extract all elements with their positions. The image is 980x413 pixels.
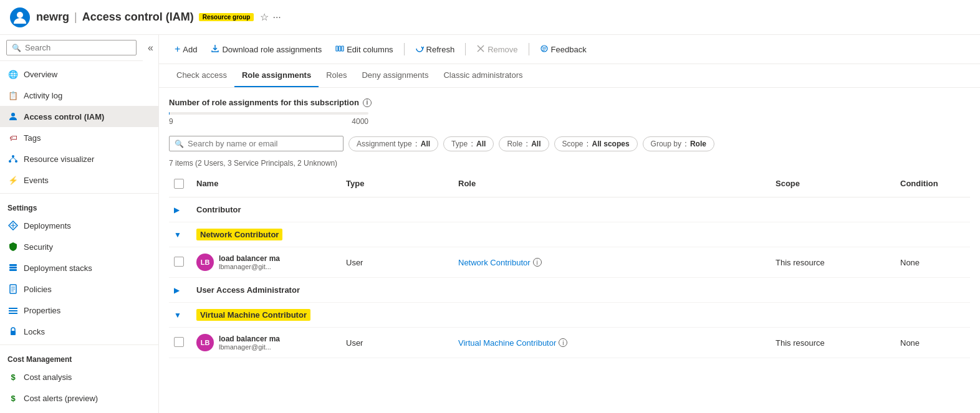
sidebar-nav: 🌐 Overview 📋 Activity log Access control… [0,61,158,413]
sidebar-item-tags[interactable]: 🏷 Tags [0,127,158,148]
svg-point-3 [12,155,14,158]
favorite-star-icon[interactable]: ☆ [260,11,269,23]
tab-role-assignments[interactable]: Role assignments [234,64,319,87]
group-uaa-chevron[interactable]: ▶ [169,283,191,297]
select-all-checkbox[interactable] [174,179,184,189]
sidebar-item-deployments[interactable]: Deployments [0,215,158,236]
sidebar-collapse-button[interactable]: « [143,37,158,59]
add-button[interactable]: + Add [169,40,203,59]
row-vmc-role-info-icon[interactable]: i [559,338,567,347]
remove-icon [476,44,485,55]
row-nc-role-link[interactable]: Network Contributor i [458,258,766,267]
row-nc-type-cell: User [341,255,453,270]
subscription-label: Number of role assignments for this subs… [169,98,970,107]
more-options-icon[interactable]: ··· [272,12,281,23]
svg-rect-8 [9,269,17,271]
progress-labels: 9 4000 [169,117,368,126]
sidebar-item-locks-label: Locks [24,327,45,336]
sidebar-item-activity-log-label: Activity log [24,91,62,100]
svg-point-1 [17,12,23,18]
sidebar-item-policies[interactable]: Policies [0,278,158,300]
sidebar-item-budgets[interactable]: $ Budgets [0,409,158,413]
filter-assignment-type[interactable]: Assignment type : All [348,136,438,151]
sidebar-item-overview[interactable]: 🌐 Overview [0,64,158,85]
group-user-access-admin: ▶ User Access Administrator [169,278,970,303]
row-vmc-name-cell: LB load balancer ma lbmanager@git... [191,331,341,354]
header-separator: | [74,11,77,24]
row-nc-role-info-icon[interactable]: i [533,258,542,267]
tab-check-access[interactable]: Check access [169,64,234,87]
search-box-icon: 🔍 [175,140,184,148]
svg-rect-21 [342,46,343,51]
progress-bar-container [169,112,368,115]
subscription-info-icon[interactable]: i [363,98,372,107]
items-count: 7 items (2 Users, 3 Service Principals, … [169,159,970,168]
sidebar-search-container: 🔍 [0,35,143,61]
access-control-icon [7,111,19,122]
table-header-row: Name Type Role Scope Condition [169,173,970,197]
sidebar-item-deployment-stacks[interactable]: Deployment stacks [0,257,158,278]
sidebar-item-cost-analysis-label: Cost analysis [24,373,72,382]
feedback-button[interactable]: Feedback [534,40,592,59]
sidebar-item-resource-visualizer[interactable]: Resource visualizer [0,148,158,169]
tab-roles[interactable]: Roles [319,64,354,87]
svg-rect-17 [9,313,17,314]
sidebar-item-cost-alerts[interactable]: $ Cost alerts (preview) [0,387,158,409]
download-role-assignments-button[interactable]: Download role assignments [205,40,327,59]
group-network-contributor: ▼ Network Contributor [169,222,970,247]
row-nc-role-cell: Network Contributor i [453,255,771,270]
row-nc-scope-cell: This resource [771,255,895,270]
group-vmc-chevron[interactable]: ▼ [169,308,191,322]
row-nc-email: lbmanager@git... [219,263,280,270]
refresh-button[interactable]: Refresh [410,40,461,59]
settings-section-header: Settings [0,196,158,215]
sidebar-item-security[interactable]: Security [0,236,158,257]
th-role: Role [453,176,771,193]
th-scope: Scope [771,176,895,193]
svg-line-7 [13,158,16,160]
toolbar-separator-3 [529,43,529,55]
filter-group-by[interactable]: Group by : Role [643,136,714,151]
cost-analysis-icon: $ [7,371,19,382]
group-contributor-name: Contributor [191,202,970,217]
sidebar-item-access-control[interactable]: Access control (IAM) [0,106,158,127]
filter-role[interactable]: Role : All [499,136,549,151]
toolbar: + Add Download role assignments Edit col… [159,35,980,64]
sidebar-item-properties[interactable]: Properties [0,300,158,321]
row-vmc-avatar: LB [196,334,214,351]
sidebar-item-activity-log[interactable]: 📋 Activity log [0,85,158,106]
sidebar-item-events[interactable]: ⚡ Events [0,169,158,191]
row-vmc-checkbox[interactable] [174,337,184,347]
remove-button[interactable]: Remove [471,40,523,59]
group-network-contributor-chevron[interactable]: ▼ [169,227,191,242]
tab-deny-assignments[interactable]: Deny assignments [354,64,436,87]
group-contributor: ▶ Contributor [169,197,970,222]
sidebar-divider-1 [0,193,158,194]
row-vmc-checkbox-cell [169,335,191,351]
row-nc-username: load balancer ma [219,254,280,263]
sidebar-item-locks[interactable]: Locks [0,321,158,342]
iam-content-panel: Number of role assignments for this subs… [159,88,980,413]
edit-columns-icon [335,44,344,55]
svg-rect-9 [9,267,17,268]
role-assignments-table: Name Type Role Scope Condition ▶ Contrib… [169,173,970,358]
filter-scope[interactable]: Scope : All scopes [554,136,638,151]
sidebar-item-cost-alerts-label: Cost alerts (preview) [24,394,98,403]
filter-type[interactable]: Type : All [443,136,494,151]
row-vmc-type-cell: User [341,336,453,350]
row-nc-checkbox-cell [169,254,191,271]
group-contributor-chevron[interactable]: ▶ [169,202,191,217]
row-vmc-role-link[interactable]: Virtual Machine Contributor i [458,338,766,348]
group-vm-contributor: ▼ Virtual Machine Contributor [169,303,970,328]
sidebar-item-overview-label: Overview [24,70,57,79]
security-icon [7,241,19,252]
sidebar-item-cost-analysis[interactable]: $ Cost analysis [0,366,158,387]
search-input[interactable] [188,139,338,148]
edit-columns-button[interactable]: Edit columns [330,40,398,59]
svg-point-2 [11,113,15,116]
sidebar-search-input[interactable] [25,43,131,52]
row-vmc-condition-cell: None [895,336,970,350]
tab-classic-administrators[interactable]: Classic administrators [436,64,530,87]
sidebar-item-resource-visualizer-label: Resource visualizer [24,154,94,164]
row-nc-checkbox[interactable] [174,257,184,267]
